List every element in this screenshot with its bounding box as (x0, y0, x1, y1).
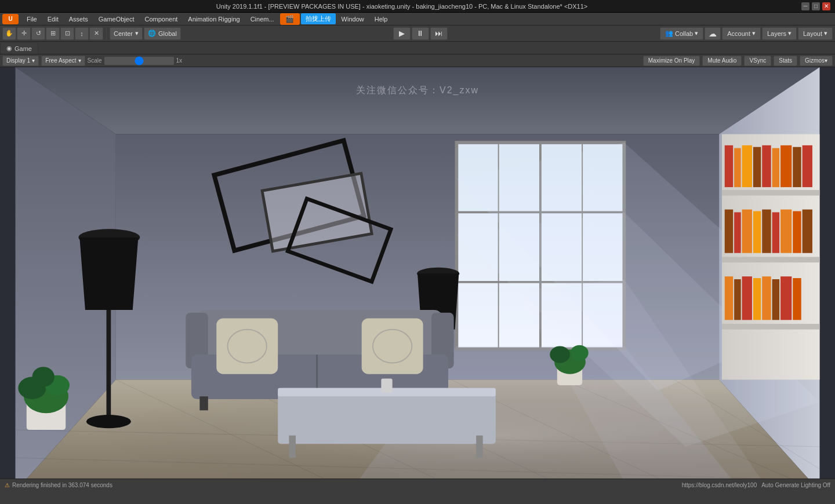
svg-rect-88 (762, 276, 771, 320)
menu-assets[interactable]: Assets (64, 14, 93, 24)
step-button[interactable]: ⏭ (430, 27, 448, 40)
play-controls: ▶ ⏸ ⏭ (393, 27, 448, 40)
vsync-button[interactable]: VSync (744, 56, 771, 66)
status-text: Rendering finished in 363.074 seconds (12, 482, 112, 488)
svg-rect-77 (742, 210, 752, 253)
maximize-on-play-button[interactable]: Maximize On Play (643, 56, 700, 66)
window-title: Unity 2019.1.1f1 - [PREVIEW PACKAGES IN … (5, 3, 799, 10)
custom-tool[interactable]: ✕ (89, 27, 103, 40)
main-toolbar: ✋ ✛ ↺ ⊞ ⊡ ↕ ✕ Center ▾ 🌐 Global ▶ ⏸ ⏭ 👥 … (0, 25, 835, 42)
svg-rect-86 (742, 276, 752, 320)
menu-cinemachine[interactable]: Cinem... (246, 14, 279, 24)
layers-button[interactable]: Layers ▾ (762, 27, 797, 40)
svg-rect-82 (793, 211, 801, 253)
close-button[interactable]: ✕ (822, 2, 830, 10)
transform-tools: ✋ ✛ ↺ ⊞ ⊡ ↕ ✕ (2, 27, 103, 40)
status-bar: ⚠ Rendering finished in 363.074 seconds … (0, 479, 835, 491)
watermark: 关注微信公众号：V2_zxw (356, 85, 479, 97)
maximize-button[interactable]: □ (812, 2, 820, 10)
svg-rect-46 (362, 318, 423, 374)
gizmos-button[interactable]: Gizmos ▾ (800, 56, 833, 66)
svg-rect-66 (725, 145, 733, 187)
game-panel: ◉ Game Display 1 ▾ Free Aspect ▾ Scale 1… (0, 42, 835, 504)
gizmos-label: Gizmos (805, 57, 825, 64)
menu-animation-rigging[interactable]: Animation Rigging (183, 14, 244, 24)
svg-rect-65 (722, 324, 820, 330)
aspect-dropdown[interactable]: Free Aspect ▾ (41, 56, 85, 66)
display-arrow: ▾ (32, 57, 35, 64)
menu-bar: U File Edit Assets GameObject Component … (0, 13, 835, 25)
hand-tool[interactable]: ✋ (2, 27, 16, 40)
layout-button[interactable]: Layout ▾ (798, 27, 833, 40)
room-scene-svg (0, 67, 835, 491)
pivot-arrow: ▾ (135, 30, 139, 37)
svg-rect-69 (753, 147, 761, 187)
svg-rect-71 (772, 148, 780, 187)
rotate-tool[interactable]: ↺ (31, 27, 45, 40)
scale-slider[interactable] (104, 57, 174, 65)
auto-gen-text: Auto Generate Lighting Off (761, 482, 830, 488)
space-label: Global (158, 30, 177, 37)
menu-file[interactable]: File (22, 14, 42, 24)
account-button[interactable]: Account ▾ (722, 27, 761, 40)
layout-label: Layout (803, 30, 822, 37)
transform-tool[interactable]: ↕ (75, 27, 89, 40)
svg-rect-81 (780, 210, 792, 253)
collab-icon: 👥 (665, 30, 673, 37)
svg-rect-89 (772, 279, 780, 320)
collab-arrow: ▾ (695, 30, 698, 37)
menu-edit[interactable]: Edit (43, 14, 63, 24)
cinemachine-icon: 🎬 (280, 13, 300, 25)
cloud-icon: ☁ (709, 29, 717, 38)
svg-rect-67 (734, 148, 741, 187)
svg-rect-79 (762, 210, 771, 253)
pivot-dropdown[interactable]: Center ▾ (110, 27, 143, 40)
menu-gameobject[interactable]: GameObject (94, 14, 139, 24)
svg-rect-72 (780, 145, 792, 187)
collab-button[interactable]: 👥 Collab ▾ (660, 27, 703, 40)
pause-button[interactable]: ⏸ (412, 27, 429, 40)
rect-tool[interactable]: ⊡ (60, 27, 74, 40)
svg-rect-75 (725, 210, 733, 253)
svg-rect-85 (734, 279, 741, 320)
aspect-label: Free Aspect (45, 57, 76, 64)
svg-rect-74 (803, 145, 812, 187)
svg-rect-91 (793, 278, 801, 320)
svg-rect-51 (476, 436, 483, 458)
right-toolbar: 👥 Collab ▾ ☁ Account ▾ Layers ▾ Layout ▾ (660, 27, 833, 40)
svg-rect-44 (216, 318, 278, 374)
play-button[interactable]: ▶ (393, 27, 411, 40)
menu-window[interactable]: Window (337, 14, 369, 24)
game-viewport: 关注微信公众号：V2_zxw ⚠ Rendering finished in 3… (0, 67, 835, 491)
layers-arrow: ▾ (788, 30, 792, 37)
svg-rect-84 (725, 276, 733, 320)
game-sub-toolbar: Display 1 ▾ Free Aspect ▾ Scale 1x Maxim… (0, 54, 835, 67)
move-tool[interactable]: ✛ (17, 27, 31, 40)
layout-arrow: ▾ (824, 30, 827, 37)
stats-button[interactable]: Stats (774, 56, 797, 66)
svg-point-60 (550, 346, 570, 363)
display-dropdown[interactable]: Display 1 ▾ (2, 56, 39, 66)
cloud-button[interactable]: ☁ (705, 27, 721, 40)
svg-rect-76 (734, 212, 741, 253)
minimize-button[interactable]: ─ (801, 2, 809, 10)
account-arrow: ▾ (752, 30, 756, 37)
game-tab-label: Game (14, 45, 32, 52)
warning-icon: ⚠ (5, 482, 10, 488)
menu-component[interactable]: Component (140, 14, 182, 24)
account-label: Account (727, 30, 750, 37)
svg-rect-70 (762, 145, 771, 187)
scale-value: 1x (176, 57, 183, 64)
space-dropdown[interactable]: 🌐 Global (144, 27, 181, 40)
svg-rect-42 (199, 396, 208, 410)
svg-point-61 (571, 345, 589, 361)
game-tab[interactable]: ◉ Game (0, 42, 38, 54)
gizmos-arrow: ▾ (825, 57, 827, 64)
svg-rect-80 (772, 212, 780, 253)
menu-help[interactable]: Help (370, 14, 393, 24)
layers-label: Layers (767, 30, 786, 37)
scale-tool[interactable]: ⊞ (46, 27, 60, 40)
scale-label: Scale (88, 57, 102, 64)
mute-audio-button[interactable]: Mute Audio (702, 56, 742, 66)
upload-button[interactable]: 拍拢上传 (301, 13, 336, 24)
